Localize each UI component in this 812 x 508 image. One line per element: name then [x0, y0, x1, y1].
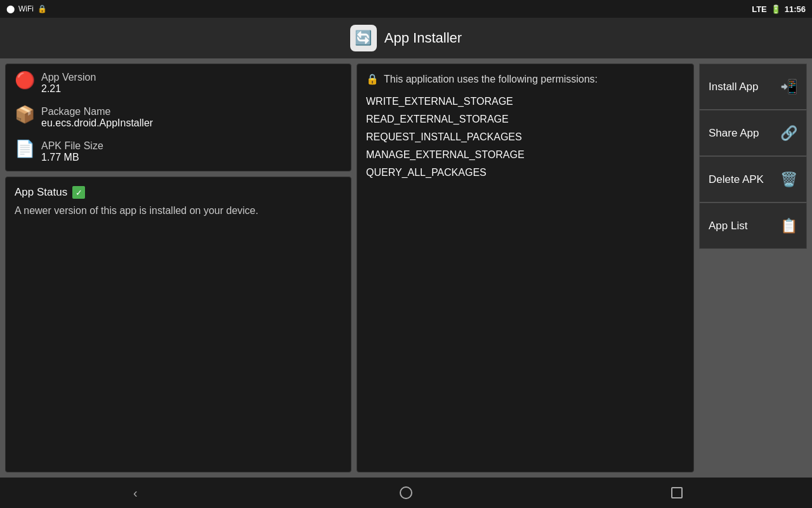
package-row: 📦 Package Name eu.ecs.droid.AppInstaller	[15, 106, 342, 129]
version-text-group: App Version 2.21	[41, 72, 96, 95]
action-buttons-column: Install App 📲 Share App 🔗 Delete APK 🗑️ …	[699, 64, 807, 472]
app-status-panel: App Status ✓ A newer version of this app…	[5, 177, 351, 472]
lock-icon: 🔒	[37, 4, 47, 13]
install-app-icon: 📲	[780, 79, 797, 95]
filesize-row: 📄 APK File Size 1.77 MB	[15, 140, 342, 163]
package-value: eu.ecs.droid.AppInstaller	[41, 117, 153, 129]
filesize-icon: 📄	[15, 140, 35, 157]
package-icon: 📦	[15, 106, 35, 123]
share-app-button[interactable]: Share App 🔗	[699, 110, 807, 156]
delete-apk-label: Delete APK	[709, 173, 764, 186]
permission-item: REQUEST_INSTALL_PACKAGES	[366, 130, 684, 145]
version-value: 2.21	[41, 83, 96, 95]
app-status-label: App Status	[15, 186, 67, 199]
package-label: Package Name	[41, 106, 153, 117]
left-column: 🔴 App Version 2.21 📦 Package Name eu.ecs…	[5, 64, 351, 472]
app-info-panel: 🔴 App Version 2.21 📦 Package Name eu.ecs…	[5, 64, 351, 171]
nav-bar: ‹	[0, 478, 812, 508]
install-app-label: Install App	[709, 81, 758, 93]
permission-item: QUERY_ALL_PACKAGES	[366, 165, 684, 180]
version-icon: 🔴	[15, 72, 35, 88]
permissions-header-text: This application uses the following perm…	[384, 74, 598, 85]
share-app-label: Share App	[709, 127, 759, 140]
circle-icon: ⬤	[6, 4, 15, 13]
lte-indicator: LTE	[752, 4, 767, 14]
permission-item: WRITE_EXTERNAL_STORAGE	[366, 94, 684, 109]
app-icon: 🔄	[350, 25, 377, 51]
nav-recent-button[interactable]	[661, 480, 693, 505]
app-icon-glyph: 🔄	[355, 30, 372, 46]
permissions-header: 🔒 This application uses the following pe…	[366, 73, 684, 85]
install-app-button[interactable]: Install App 📲	[699, 64, 807, 110]
permissions-panel: 🔒 This application uses the following pe…	[357, 64, 694, 472]
lock-permissions-icon: 🔒	[366, 73, 379, 85]
app-bar-title: App Installer	[384, 30, 462, 46]
package-text-group: Package Name eu.ecs.droid.AppInstaller	[41, 106, 153, 129]
status-message: A newer version of this app is installed…	[15, 204, 342, 218]
clock: 11:56	[785, 4, 806, 14]
nav-home-button[interactable]	[390, 480, 422, 505]
nav-back-button[interactable]: ‹	[119, 480, 151, 505]
filesize-value: 1.77 MB	[41, 152, 103, 163]
filesize-label: APK File Size	[41, 140, 103, 152]
filesize-text-group: APK File Size 1.77 MB	[41, 140, 103, 163]
app-bar: 🔄 App Installer	[0, 18, 812, 58]
status-checkbox-icon: ✓	[72, 186, 85, 199]
delete-apk-icon: 🗑️	[780, 171, 797, 188]
version-label: App Version	[41, 72, 96, 83]
main-content: 🔴 App Version 2.21 📦 Package Name eu.ecs…	[0, 58, 812, 478]
version-row: 🔴 App Version 2.21	[15, 72, 342, 95]
app-list-button[interactable]: App List 📋	[699, 203, 807, 249]
app-list-label: App List	[709, 220, 747, 232]
status-bar-right: LTE 🔋 11:56	[752, 4, 806, 14]
nav-home-circle	[400, 486, 412, 499]
share-app-icon: 🔗	[780, 125, 797, 142]
permission-item: READ_EXTERNAL_STORAGE	[366, 112, 684, 127]
wifi-icon: WiFi	[18, 4, 34, 13]
permissions-list: WRITE_EXTERNAL_STORAGE READ_EXTERNAL_STO…	[366, 94, 684, 180]
status-bar-left: ⬤ WiFi 🔒	[6, 4, 47, 13]
permission-item: MANAGE_EXTERNAL_STORAGE	[366, 147, 684, 163]
nav-recent-square	[671, 487, 683, 498]
status-bar: ⬤ WiFi 🔒 LTE 🔋 11:56	[0, 0, 812, 18]
status-header: App Status ✓	[15, 186, 342, 199]
delete-apk-button[interactable]: Delete APK 🗑️	[699, 156, 807, 203]
app-list-icon: 📋	[780, 218, 797, 234]
battery-icon: 🔋	[771, 4, 781, 14]
